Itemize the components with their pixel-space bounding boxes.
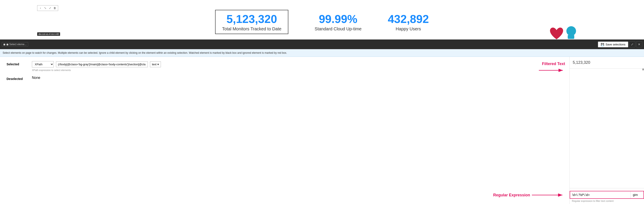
deselected-value: None <box>32 76 40 80</box>
selected-inline: XPath text ▾ <box>32 61 563 67</box>
website-area: ‹ ⤡ ⤢ 🗑 5,123,320 Total Monitors Tracked… <box>0 0 644 39</box>
expand1-icon[interactable]: ⤡ <box>43 6 48 10</box>
stat-label-2: Standard Cloud Up-time <box>314 26 362 31</box>
mascot-heart-shape <box>549 26 562 39</box>
filtered-text-label: Filtered Text <box>542 62 565 66</box>
panel-main: Selected XPath text ▾ XPath expression t… <box>0 57 644 204</box>
regex-arrow <box>532 192 565 198</box>
popout-button[interactable]: ⤢ <box>629 41 635 47</box>
result-value: 5,123,320 <box>570 57 644 69</box>
save-label: Save selections <box>606 43 626 46</box>
selected-controls: XPath text ▾ XPath expression to select … <box>32 61 563 71</box>
result-spacer <box>570 69 644 188</box>
selected-label: Selected <box>6 61 28 66</box>
info-bar: Select elements on page to watch for cha… <box>0 49 644 57</box>
deselected-label: Deselected <box>6 76 28 81</box>
stat-number-3: 432,892 <box>388 12 429 25</box>
mascots <box>549 26 578 39</box>
expand2-icon[interactable]: ⤢ <box>48 6 52 10</box>
regex-annotation-label: Regular Expression <box>493 193 530 198</box>
deselected-row: Deselected None <box>6 76 563 81</box>
close-panel-button[interactable]: ✕ <box>636 41 642 47</box>
mascot-figure <box>564 26 578 39</box>
svg-point-0 <box>566 26 576 36</box>
stat-label-3: Happy Users <box>388 26 429 31</box>
select-label: ◼ Select eleme... <box>6 43 27 46</box>
stat-label-1: Total Monitors Tracked to Date <box>222 26 281 31</box>
type-select[interactable]: XPath <box>32 61 54 67</box>
stat-block-2: 99.99% Standard Cloud Up-time <box>314 12 362 31</box>
text-type-button[interactable]: text ▾ <box>150 61 161 67</box>
xpath-hint: XPath expression to select elements <box>32 69 563 71</box>
toolbar-right: 💾 Save selections ⤢ ✕ <box>598 41 642 47</box>
regex-flags-input[interactable] <box>630 191 644 198</box>
select-elements-button[interactable]: ◼ ◼ Select eleme... <box>2 42 28 46</box>
panel-toolbar: ◼ ◼ Select eleme... 💾 Save selections ⤢ … <box>0 39 644 49</box>
regex-hint: Regular expression to filter text conten… <box>570 199 644 204</box>
deselected-inline: None <box>32 76 563 80</box>
filtered-text-annotation: Filtered Text <box>539 62 565 74</box>
popout-icon: ⤢ <box>631 43 634 46</box>
form-panel: Selected XPath text ▾ XPath expression t… <box>0 57 570 204</box>
regex-input[interactable] <box>570 191 630 198</box>
close-icon: ✕ <box>638 43 640 46</box>
result-panel: 5,123,320 Regular Expression <box>570 57 644 204</box>
select-icon: ◼ <box>3 43 6 46</box>
delete-icon[interactable]: 🗑 <box>53 6 57 10</box>
svg-rect-1 <box>568 35 574 39</box>
stat-block-3: 432,892 Happy Users <box>388 12 429 31</box>
stat-number-2: 99.99% <box>314 12 362 25</box>
regex-row <box>570 191 644 199</box>
back-icon[interactable]: ‹ <box>38 6 43 10</box>
regex-annotation: Regular Expression <box>493 192 565 198</box>
xpath-input[interactable] <box>56 61 148 67</box>
element-hint-tooltip: div.col-xs-4 mr-t-40 <box>37 32 60 36</box>
selected-row: Selected XPath text ▾ XPath expression t… <box>6 61 563 71</box>
stat-block-1: 5,123,320 Total Monitors Tracked to Date <box>215 10 288 34</box>
dev-tools-icons[interactable]: ‹ ⤡ ⤢ 🗑 <box>37 5 58 11</box>
info-bar-text: Select elements on page to watch for cha… <box>2 51 642 55</box>
deselected-controls: None <box>32 76 563 80</box>
stat-number-1: 5,123,320 <box>222 12 281 25</box>
save-selections-button[interactable]: 💾 Save selections <box>598 41 628 47</box>
resize-handle[interactable] <box>642 69 644 70</box>
panel: ◼ ◼ Select eleme... 💾 Save selections ⤢ … <box>0 39 644 204</box>
toolbar-left: ◼ ◼ Select eleme... <box>2 42 596 46</box>
regex-section: Regular Expression Regular express <box>570 188 644 204</box>
filtered-text-arrow <box>539 67 565 74</box>
save-icon: 💾 <box>601 43 604 46</box>
